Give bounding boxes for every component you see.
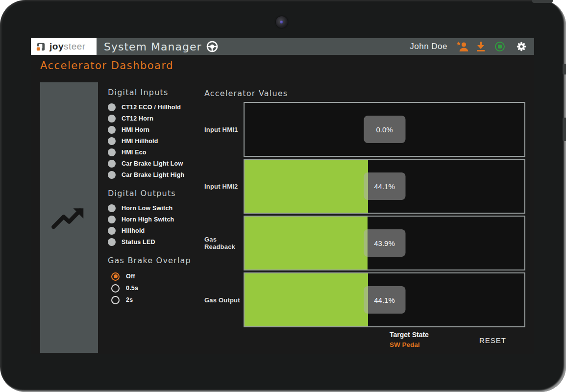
bar-label: Input HMI1 [204, 102, 244, 157]
bar-row-gas-output: Gas Output 44.1% [204, 272, 525, 327]
bar-value-badge: 44.1% [364, 286, 405, 314]
header-actions: John Doe [410, 41, 534, 52]
digital-input-item: HMI Horn [108, 124, 208, 135]
steering-wheel-icon [206, 40, 219, 53]
digital-output-label: Horn Low Switch [122, 205, 172, 212]
digital-output-item: Status LED [108, 236, 208, 247]
digital-output-item: Horn High Switch [108, 214, 208, 225]
digital-input-label: HMI Horn [122, 126, 149, 133]
reset-button[interactable]: RESET [474, 334, 511, 346]
led-indicator-icon [108, 148, 116, 156]
controls-column: Digital Inputs CT12 ECO / Hillhold CT12 … [108, 88, 208, 306]
radio-label: Off [126, 273, 135, 280]
bar-fill [245, 217, 368, 270]
bar-row-gas-readback: Gas Readback 43.9% [204, 216, 525, 270]
target-state-value: SW Pedal [390, 341, 429, 348]
user-add-icon[interactable] [456, 41, 469, 52]
bar-fill [245, 273, 368, 326]
led-indicator-icon [108, 137, 116, 145]
digital-input-label: CT12 Horn [122, 115, 153, 122]
bar-gauge: 43.9% [244, 216, 525, 270]
camera-lens-icon [280, 21, 283, 24]
joysteer-logo: joysteer [31, 38, 97, 55]
digital-input-item: HMI Hillhold [108, 135, 208, 147]
digital-input-item: Car Brake Light Low [108, 158, 208, 169]
led-indicator-icon [108, 227, 116, 235]
user-name: John Doe [410, 42, 447, 51]
led-indicator-icon [108, 204, 116, 212]
accelerator-bars: Input HMI1 0.0% Input HMI2 44.1% Gas Rea… [204, 102, 525, 329]
digital-inputs-list: CT12 ECO / Hillhold CT12 Horn HMI Horn H… [108, 101, 208, 180]
joysteer-logo-text: joysteer [49, 41, 86, 52]
radio-icon[interactable] [111, 296, 120, 304]
bar-label: Gas Output [204, 272, 244, 327]
digital-inputs-title: Digital Inputs [108, 88, 208, 97]
digital-input-item: CT12 Horn [108, 113, 208, 124]
volume-rocker [563, 118, 566, 141]
accelerator-values-title: Accelerator Values [204, 89, 288, 98]
led-indicator-icon [108, 238, 116, 246]
bar-fill [245, 160, 368, 213]
bar-value-badge: 44.1% [364, 172, 405, 200]
digital-input-label: HMI Hillhold [122, 138, 158, 145]
radio-option-2s[interactable]: 2s [111, 294, 208, 306]
logo-steer: steer [64, 41, 86, 51]
bar-row-input-hmi2: Input HMI2 44.1% [204, 159, 525, 214]
bar-value-badge: 0.0% [364, 116, 405, 143]
led-indicator-icon [108, 126, 116, 134]
trending-up-icon [50, 204, 88, 231]
bar-gauge: 0.0% [244, 102, 525, 157]
radio-option-off[interactable]: Off [111, 270, 208, 282]
digital-output-label: Horn High Switch [122, 216, 174, 223]
digital-input-item: HMI Eco [108, 147, 208, 158]
bar-label: Input HMI2 [204, 159, 244, 214]
digital-input-item: Car Brake Light High [108, 169, 208, 180]
digital-outputs-title: Digital Outputs [108, 189, 208, 198]
led-indicator-icon [108, 160, 116, 168]
settings-gear-icon[interactable] [516, 41, 527, 52]
digital-output-item: Hillhold [108, 225, 208, 236]
logo-joy: joy [49, 41, 64, 51]
digital-input-item: CT12 ECO / Hillhold [108, 101, 208, 113]
led-indicator-icon [108, 103, 116, 111]
digital-outputs-list: Horn Low Switch Horn High Switch Hillhol… [108, 202, 208, 247]
digital-input-label: CT12 ECO / Hillhold [122, 104, 181, 111]
digital-input-label: HMI Eco [122, 149, 147, 156]
radio-icon[interactable] [111, 272, 120, 281]
gas-brake-overlap-options: Off 0.5s 2s [108, 270, 208, 306]
joysteer-logo-icon [35, 41, 47, 52]
app-screen: joysteer System Manager John Doe [31, 38, 534, 354]
page-title: Accelerator Dashboard [40, 60, 173, 72]
bar-row-input-hmi1: Input HMI1 0.0% [204, 102, 525, 157]
sidebar-nav-panel[interactable] [40, 82, 98, 353]
bar-gauge: 44.1% [244, 272, 525, 327]
side-button [563, 64, 566, 74]
radio-label: 0.5s [126, 285, 138, 292]
radio-option-05s[interactable]: 0.5s [111, 282, 208, 294]
led-indicator-icon [108, 216, 116, 223]
app-header: joysteer System Manager John Doe [31, 38, 534, 55]
radio-label: 2s [126, 296, 133, 303]
radio-icon[interactable] [111, 284, 120, 293]
digital-output-label: Status LED [122, 239, 155, 245]
led-indicator-icon [108, 115, 116, 122]
app-title: System Manager [104, 41, 201, 53]
tablet-frame: joysteer System Manager John Doe [0, 0, 566, 392]
target-state-label: Target State [390, 331, 429, 339]
led-indicator-icon [108, 171, 116, 179]
download-icon[interactable] [475, 41, 486, 52]
bar-value-badge: 43.9% [364, 229, 405, 257]
digital-input-label: Car Brake Light Low [122, 160, 183, 167]
digital-output-label: Hillhold [122, 227, 145, 234]
bar-gauge: 44.1% [244, 159, 525, 214]
status-indicator-icon[interactable] [495, 42, 505, 51]
gas-brake-overlap-title: Gas Brake Overlap [108, 256, 208, 265]
target-state: Target State SW Pedal [390, 331, 429, 348]
bar-label: Gas Readback [204, 216, 244, 270]
digital-output-item: Horn Low Switch [108, 202, 208, 214]
digital-input-label: Car Brake Light High [122, 172, 184, 178]
power-button [532, 0, 553, 3]
front-camera [276, 16, 288, 28]
